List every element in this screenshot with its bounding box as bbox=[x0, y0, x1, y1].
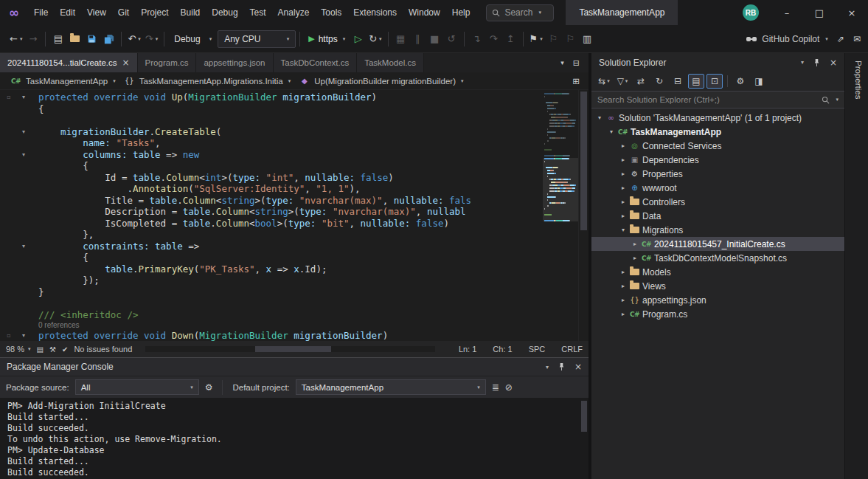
github-copilot-button[interactable]: GitHub Copilot ▾ bbox=[746, 34, 828, 44]
editor-tab[interactable]: Program.cs bbox=[138, 53, 197, 72]
chevron-down-icon[interactable]: ▾ bbox=[836, 97, 839, 103]
twist-icon[interactable]: ▸ bbox=[630, 241, 640, 247]
editor-tab[interactable]: TaskDbContext.cs bbox=[274, 53, 358, 72]
close-icon[interactable]: × bbox=[574, 362, 582, 372]
stop-button[interactable]: ■ bbox=[426, 30, 443, 48]
sync-with-active-document-icon[interactable]: ⇄ bbox=[633, 74, 649, 89]
collapse-all-icon[interactable]: ⊟ bbox=[670, 74, 686, 89]
platform-dropdown[interactable]: Any CPU▾ bbox=[218, 30, 296, 48]
package-source-dropdown[interactable]: All ▾ bbox=[75, 379, 199, 395]
fold-icon[interactable]: ▾ bbox=[18, 330, 29, 341]
pending-changes-filter-icon[interactable]: ▽▾ bbox=[614, 74, 631, 89]
save-all-button[interactable] bbox=[100, 30, 117, 48]
vertical-scrollbar-thumb[interactable] bbox=[580, 92, 587, 230]
fold-icon[interactable]: ▾ bbox=[18, 149, 29, 161]
tree-item-data[interactable]: ▸Data bbox=[591, 209, 844, 223]
zoom-control[interactable]: 98 % ▾ bbox=[6, 345, 31, 354]
quick-actions-icon[interactable]: ⚒ bbox=[49, 345, 56, 354]
horizontal-scrollbar-thumb[interactable] bbox=[255, 346, 330, 352]
space-indicator[interactable]: SPC bbox=[529, 345, 546, 354]
tree-item-20241118015457-initialcreate-cs[interactable]: ▸C#20241118015457_InitialCreate.cs bbox=[591, 237, 844, 251]
bookmark-button[interactable]: ⚑▾ bbox=[527, 30, 545, 48]
tree-item-connected-services[interactable]: ▸◎Connected Services bbox=[591, 139, 844, 153]
start-without-debug-button[interactable]: ▷ bbox=[350, 30, 367, 48]
search-icon[interactable] bbox=[822, 96, 830, 104]
next-bookmark-button[interactable]: ⚐ bbox=[562, 30, 579, 48]
menu-debug[interactable]: Debug bbox=[206, 4, 243, 21]
twist-icon[interactable]: ▸ bbox=[618, 199, 628, 205]
pin-icon[interactable] bbox=[558, 362, 565, 371]
twist-icon[interactable]: ▸ bbox=[618, 170, 628, 177]
share-icon[interactable]: ⇗ bbox=[837, 34, 844, 44]
fold-icon[interactable]: ▾ bbox=[18, 92, 29, 103]
search-box[interactable]: Search ▾ bbox=[486, 4, 554, 21]
twist-icon[interactable]: ▸ bbox=[618, 156, 628, 163]
tree-item-taskmanagementapp[interactable]: ▾C#TaskManagementApp bbox=[591, 125, 844, 139]
console-scrollbar[interactable] bbox=[580, 398, 588, 479]
menu-build[interactable]: Build bbox=[175, 4, 206, 21]
code-editor[interactable]: ▫▾protected override void Up(MigrationBu… bbox=[0, 90, 588, 341]
close-icon[interactable]: × bbox=[830, 58, 837, 68]
menu-test[interactable]: Test bbox=[244, 4, 272, 21]
live-unit-button[interactable]: ▦ bbox=[392, 30, 409, 48]
code-area[interactable]: ▫▾protected override void Up(MigrationBu… bbox=[0, 90, 543, 341]
hot-reload-button[interactable]: ↻▾ bbox=[367, 30, 383, 48]
package-source-settings-icon[interactable]: ⚙ bbox=[205, 382, 213, 393]
properties-tab[interactable]: Properties bbox=[851, 61, 863, 99]
float-window-icon[interactable]: ⊟ bbox=[573, 58, 580, 68]
menu-extensions[interactable]: Extensions bbox=[347, 4, 403, 21]
tree-item-solution-taskmanagementapp-1-of-1-project-[interactable]: ▾∞Solution 'TaskManagementApp' (1 of 1 p… bbox=[591, 111, 844, 125]
feedback-icon[interactable]: ✉ bbox=[853, 34, 861, 44]
twist-icon[interactable]: ▸ bbox=[618, 283, 628, 289]
maximize-button[interactable]: □ bbox=[803, 0, 836, 25]
redo-button[interactable]: ↷▾ bbox=[143, 30, 160, 48]
vertical-scrollbar[interactable] bbox=[578, 90, 588, 341]
tree-item-views[interactable]: ▸Views bbox=[591, 279, 844, 293]
step-over-button[interactable]: ↷ bbox=[485, 30, 502, 48]
twist-icon[interactable]: ▸ bbox=[618, 297, 628, 303]
step-out-button[interactable]: ↥ bbox=[502, 30, 519, 48]
nest-files-icon[interactable]: ⊡ bbox=[706, 74, 723, 89]
menu-file[interactable]: File bbox=[28, 4, 54, 21]
save-button[interactable] bbox=[83, 30, 100, 48]
vs-logo-icon[interactable]: ∞ bbox=[0, 5, 28, 20]
chevron-down-icon[interactable]: ▾ bbox=[801, 59, 804, 66]
show-all-files-icon[interactable]: ▤ bbox=[688, 74, 704, 89]
menu-help[interactable]: Help bbox=[446, 4, 476, 21]
twist-icon[interactable]: ▸ bbox=[618, 142, 628, 149]
menu-tools[interactable]: Tools bbox=[315, 4, 347, 21]
twist-icon[interactable]: ▸ bbox=[618, 269, 628, 275]
tree-item-taskdbcontextmodelsnapshot-cs[interactable]: ▸C#TaskDbContextModelSnapshot.cs bbox=[591, 251, 844, 265]
navigate-forward-button[interactable]: → bbox=[24, 30, 41, 48]
breadcrumb-segment[interactable]: {}TaskManagementApp.Migrations.Initia▾ bbox=[119, 77, 294, 86]
minimap[interactable] bbox=[543, 90, 578, 341]
new-item-button[interactable]: ▤ bbox=[49, 30, 66, 48]
tree-item-appsettings-json[interactable]: ▸{}appsettings.json bbox=[591, 293, 844, 307]
twist-icon[interactable]: ▸ bbox=[618, 185, 628, 191]
preview-selected-icon[interactable]: ◨ bbox=[751, 74, 767, 89]
restart-button[interactable]: ↺ bbox=[443, 30, 460, 48]
editor-tab[interactable]: 202411180154...tialCreate.cs× bbox=[0, 53, 138, 72]
twist-icon[interactable]: ▾ bbox=[606, 128, 617, 135]
solution-search-input[interactable] bbox=[597, 95, 817, 104]
menu-edit[interactable]: Edit bbox=[54, 4, 81, 21]
navigate-back-button[interactable]: ←▾ bbox=[7, 30, 24, 48]
open-file-button[interactable] bbox=[66, 30, 83, 48]
line-indicator[interactable]: Ln: 1 bbox=[459, 345, 476, 354]
prev-bookmark-button[interactable]: ⚐ bbox=[545, 30, 562, 48]
tree-item-models[interactable]: ▸Models bbox=[591, 265, 844, 279]
twist-icon[interactable]: ▾ bbox=[618, 227, 628, 233]
twist-icon[interactable]: ▸ bbox=[618, 311, 628, 317]
clear-console-icon[interactable]: ≣ bbox=[492, 382, 499, 393]
codelens-references[interactable]: 0 references bbox=[0, 320, 543, 330]
task-list-button[interactable]: ▥ bbox=[579, 30, 596, 48]
editor-tab[interactable]: TaskModel.cs bbox=[357, 53, 424, 72]
breadcrumb-segment[interactable]: ◆Up(MigrationBuilder migrationBuilder)▾ bbox=[294, 77, 467, 86]
split-editor-icon[interactable]: ⊞ bbox=[572, 76, 583, 86]
close-button[interactable]: × bbox=[836, 0, 868, 25]
start-debug-button[interactable]: ▶https▾ bbox=[304, 30, 350, 48]
document-health-icon[interactable]: ▤ bbox=[37, 345, 44, 354]
user-avatar[interactable]: RB bbox=[743, 4, 759, 21]
menu-project[interactable]: Project bbox=[135, 4, 174, 21]
twist-icon[interactable]: ▸ bbox=[618, 213, 628, 219]
